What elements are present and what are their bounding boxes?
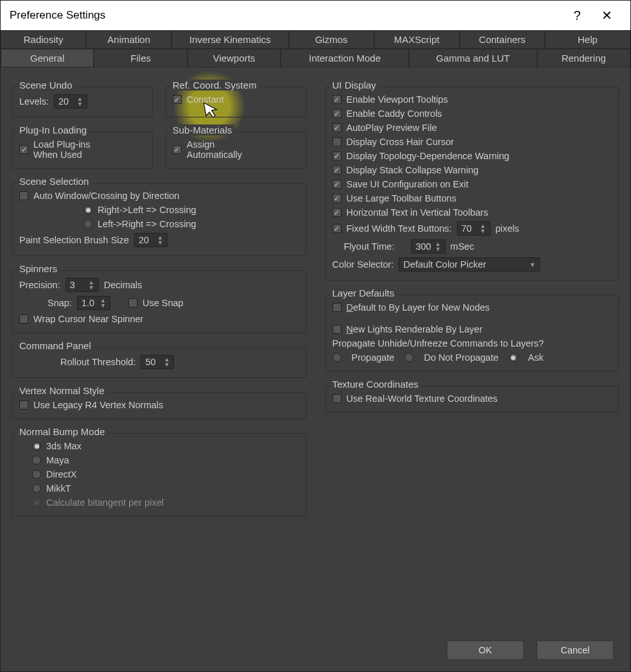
legend-submat: Sub-Materials — [170, 125, 235, 135]
legend-texcoord: Texture Coordinates — [330, 379, 421, 390]
tab-viewports[interactable]: Viewports — [187, 49, 281, 67]
group-scene-undo: Scene Undo Levels: 20▲▼ — [12, 87, 153, 117]
close-icon[interactable]: ✕ — [592, 8, 621, 23]
group-layer-defaults: Layer Defaults Default to By Layer for N… — [325, 295, 619, 372]
levels-label: Levels: — [19, 96, 49, 107]
dialog-footer: OK Cancel — [1, 632, 630, 671]
tab-maxscript[interactable]: MAXScript — [374, 30, 460, 48]
newlights-label: New Lights Renderable By Layer — [347, 324, 483, 334]
legend-spinners: Spinners — [17, 263, 60, 274]
horiz-text-label: Horizontal Text in Vertical Toolbars — [347, 207, 488, 218]
brush-spinner[interactable]: 20▲▼ — [134, 233, 168, 247]
l2r-radio[interactable] — [83, 220, 92, 228]
caddy-label: Enable Caddy Controls — [347, 108, 442, 119]
crosshair-checkbox[interactable] — [333, 137, 341, 146]
precision-spinner[interactable]: 3▲▼ — [65, 278, 99, 292]
horiz-text-checkbox[interactable] — [333, 208, 341, 217]
legend-layer: Layer Defaults — [330, 288, 397, 298]
propagate-question: Propagate Unhide/Unfreeze Commands to La… — [333, 338, 544, 349]
newlights-checkbox[interactable] — [333, 325, 341, 334]
tab-gizmos[interactable]: Gizmos — [289, 30, 374, 48]
rollout-label: Rollout Threshold: — [60, 357, 135, 367]
auto-window-checkbox[interactable] — [19, 191, 28, 200]
large-toolbar-checkbox[interactable] — [333, 194, 341, 203]
fixedw-checkbox[interactable] — [333, 224, 341, 233]
legend-plugin: Plug-In Loading — [17, 125, 89, 135]
cancel-button[interactable]: Cancel — [537, 641, 614, 660]
tab-strip: Radiosity Animation Inverse Kinematics G… — [1, 30, 630, 67]
tooltips-checkbox[interactable] — [333, 95, 341, 104]
titlebar: Preference Settings ? ✕ — [1, 1, 630, 30]
snap-label: Snap: — [48, 298, 72, 308]
fixedw-spinner[interactable]: 70▲▼ — [457, 221, 490, 236]
assign-auto-checkbox[interactable] — [173, 145, 182, 154]
dialog-title: Preference Settings — [10, 9, 105, 22]
fixedw-label: Fixed Width Text Buttons: — [347, 223, 452, 234]
group-command-panel: Command Panel Rollout Threshold: 50▲▼ — [12, 347, 306, 378]
group-plugin-loading: Plug-In Loading Load Plug-ins When Used — [12, 132, 153, 169]
realworld-label: Use Real-World Texture Coordinates — [347, 393, 498, 404]
topo-warning-label: Display Topology-Dependence Warning — [347, 151, 510, 161]
rollout-spinner[interactable]: 50▲▼ — [141, 355, 174, 369]
donot-propagate-label: Do Not Propagate — [424, 352, 498, 363]
calc-bitangent-label: Calculate bitangent per pixel — [46, 497, 164, 508]
topo-warning-checkbox[interactable] — [333, 151, 341, 160]
decimals-label: Decimals — [104, 280, 143, 290]
tab-radiosity[interactable]: Radiosity — [1, 30, 86, 48]
preference-settings-dialog: Preference Settings ? ✕ Radiosity Animat… — [0, 0, 631, 672]
stack-warning-checkbox[interactable] — [333, 166, 341, 175]
flyout-spinner[interactable]: 300▲▼ — [411, 239, 445, 254]
snap-spinner[interactable]: 1.0▲▼ — [77, 296, 110, 310]
legend-cmdpanel: Command Panel — [17, 340, 94, 351]
r2l-radio[interactable] — [83, 205, 92, 214]
use-snap-checkbox[interactable] — [128, 298, 137, 307]
legacy-normals-checkbox[interactable] — [19, 401, 28, 409]
group-spinners: Spinners Precision: 3▲▼ Decimals Snap: 1… — [12, 270, 306, 333]
bump-maya-label: Maya — [46, 455, 69, 465]
tab-animation[interactable]: Animation — [86, 30, 171, 48]
group-ref-coord: Ref. Coord. System Constant — [166, 87, 306, 117]
legend-vertex: Vertex Normal Style — [17, 385, 107, 396]
ask-radio[interactable] — [509, 353, 518, 362]
ok-button[interactable]: OK — [447, 641, 524, 660]
propagate-radio[interactable] — [333, 353, 341, 362]
bump-mikkt-radio[interactable] — [32, 484, 41, 493]
tab-gamma-lut[interactable]: Gamma and LUT — [409, 49, 537, 67]
wrap-cursor-label: Wrap Cursor Near Spinner — [33, 314, 143, 324]
saveui-checkbox[interactable] — [333, 180, 341, 189]
tab-rendering[interactable]: Rendering — [537, 49, 630, 67]
pixels-label: pixels — [496, 223, 519, 234]
donot-propagate-radio[interactable] — [404, 353, 413, 362]
colorsel-dropdown[interactable]: Default Color Picker▼ — [399, 257, 540, 271]
legend-bump: Normal Bump Mode — [17, 426, 107, 437]
ask-label: Ask — [528, 352, 544, 363]
autoplay-checkbox[interactable] — [333, 123, 341, 132]
precision-label: Precision: — [19, 280, 60, 290]
tab-containers[interactable]: Containers — [460, 30, 545, 48]
caddy-checkbox[interactable] — [333, 109, 341, 118]
group-texture-coordinates: Texture Coordinates Use Real-World Textu… — [325, 386, 619, 413]
realworld-checkbox[interactable] — [333, 394, 341, 403]
tab-general[interactable]: General — [1, 49, 94, 67]
default-bylayer-checkbox[interactable] — [333, 303, 341, 312]
use-snap-label: Use Snap — [143, 298, 184, 308]
group-ui-display: UI Display Enable Viewport Tooltips Enab… — [325, 87, 619, 280]
tab-files[interactable]: Files — [94, 49, 187, 67]
brush-label: Paint Selection Brush Size — [19, 235, 129, 245]
tab-help[interactable]: Help — [545, 30, 630, 48]
bump-3dsmax-radio[interactable] — [32, 442, 41, 451]
bump-maya-radio[interactable] — [32, 456, 41, 465]
load-plugins-checkbox[interactable] — [19, 145, 28, 154]
tab-interaction-mode[interactable]: Interaction Mode — [281, 49, 409, 67]
constant-checkbox[interactable] — [173, 95, 182, 104]
l2r-label: Left->Right => Crossing — [98, 219, 196, 229]
group-normal-bump: Normal Bump Mode 3ds Max Maya DirectX Mi… — [12, 433, 306, 517]
tab-inverse-kinematics[interactable]: Inverse Kinematics — [171, 30, 288, 48]
bump-directx-radio[interactable] — [32, 470, 41, 479]
wrap-cursor-checkbox[interactable] — [19, 314, 28, 323]
auto-window-label: Auto Window/Crossing by Direction — [33, 191, 179, 201]
colorsel-label: Color Selector: — [333, 259, 394, 270]
levels-spinner[interactable]: 20▲▼ — [54, 94, 87, 108]
bump-directx-label: DirectX — [46, 469, 77, 479]
help-icon[interactable]: ? — [562, 8, 592, 23]
